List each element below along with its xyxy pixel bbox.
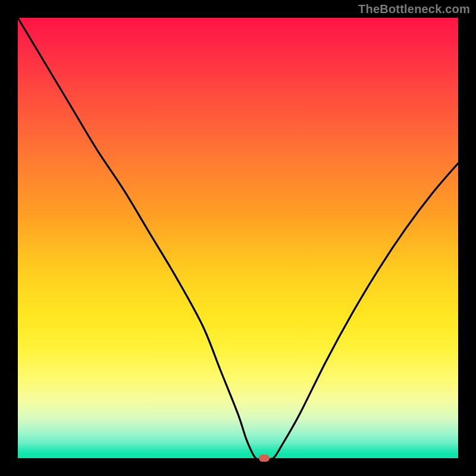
bottleneck-curve-path (18, 18, 458, 458)
watermark-text: TheBottleneck.com (358, 2, 470, 16)
bottleneck-curve-svg (18, 18, 458, 458)
chart-frame: TheBottleneck.com (0, 0, 476, 476)
minimum-marker (259, 455, 270, 462)
